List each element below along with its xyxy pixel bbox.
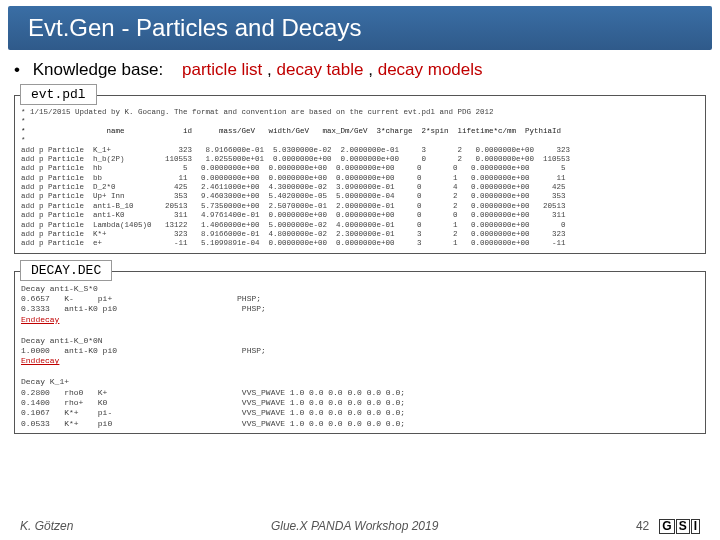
pdl-row: add p Particle anti-B_10 20513 5.7350000… [21, 202, 699, 211]
pdl-comment: * 1/15/2015 Updated by K. Gocang. The fo… [21, 108, 699, 117]
footer-center: Glue.X PANDA Workshop 2019 [73, 519, 636, 533]
pdl-row: add p Particle bb 11 0.0000000e+00 0.000… [21, 174, 699, 183]
pdl-row: add p Particle K*+ 323 8.9166000e-01 4.8… [21, 230, 699, 239]
decay-box: Decay anti-K_S*0 0.6657 K- pi+ PHSP; 0.3… [14, 271, 706, 434]
logo-g: G [659, 519, 674, 534]
kb-sep: , [267, 60, 276, 79]
kb-item-decay-models: decay models [378, 60, 483, 79]
gsi-logo: G S I [659, 519, 700, 534]
pdl-row: add p Particle D_2*0 425 2.4611000e+00 4… [21, 183, 699, 192]
decay-row: 0.0533 K*+ pi0 VVS_PWAVE 1.0 0.0 0.0 0.0… [21, 419, 699, 429]
kb-item-particle-list: particle list [182, 60, 262, 79]
decay-head: Decay K_1+ [21, 377, 699, 387]
decay-head: Decay anti-K_S*0 [21, 284, 699, 294]
knowledge-base-line: • Knowledge base: particle list , decay … [0, 54, 720, 84]
decay-row: 0.6657 K- pi+ PHSP; [21, 294, 699, 304]
decay-row: 1.0000 anti-K0 pi0 PHSP; [21, 346, 699, 356]
decay-head: Decay anti-K_0*0N [21, 336, 699, 346]
blank [21, 325, 699, 335]
pdl-box: * 1/15/2015 Updated by K. Gocang. The fo… [14, 95, 706, 254]
footer-page: 42 [636, 519, 649, 533]
decay-row: 0.1400 rho+ K0 VVS_PWAVE 1.0 0.0 0.0 0.0… [21, 398, 699, 408]
logo-s: S [676, 519, 690, 534]
pdl-row: add p Particle e+ -11 5.1099891e-04 0.00… [21, 239, 699, 248]
footer-author: K. Götzen [20, 519, 73, 533]
kb-label: Knowledge base: [33, 60, 163, 79]
kb-sep: , [368, 60, 377, 79]
pdl-row: add p Particle Up+ Inn 353 9.4603000e+00… [21, 192, 699, 201]
file-tag-decay-dec: DECAY.DEC [20, 260, 112, 281]
decay-row: 0.2800 rho0 K+ VVS_PWAVE 1.0 0.0 0.0 0.0… [21, 388, 699, 398]
decay-row: 0.1067 K*+ pi- VVS_PWAVE 1.0 0.0 0.0 0.0… [21, 408, 699, 418]
logo-i: I [691, 519, 700, 534]
pdl-sep: * [21, 117, 699, 126]
file-tag-evt-pdl: evt.pdl [20, 84, 97, 105]
pdl-header: * name id mass/GeV width/GeV max_Dm/GeV … [21, 127, 699, 136]
page-title: Evt.Gen - Particles and Decays [8, 6, 712, 50]
pdl-row: add p Particle K_1+ 323 8.9166000e-01 5.… [21, 146, 699, 155]
blank [21, 367, 699, 377]
decay-end: Enddecay [21, 356, 699, 366]
pdl-row: add p Particle Lambda(1405)0 13122 1.406… [21, 221, 699, 230]
decay-row: 0.3333 anti-K0 pi0 PHSP; [21, 304, 699, 314]
decay-end: Enddecay [21, 315, 699, 325]
pdl-row: add p Particle anti-K0 311 4.9761400e-01… [21, 211, 699, 220]
kb-item-decay-table: decay table [277, 60, 364, 79]
bullet: • [14, 60, 20, 79]
pdl-row: add p Particle h_b(2P) 110553 1.0255000e… [21, 155, 699, 164]
pdl-sep: * [21, 136, 699, 145]
footer: K. Götzen Glue.X PANDA Workshop 2019 42 … [0, 519, 720, 534]
pdl-row: add p Particle hb 5 0.0000000e+00 0.0000… [21, 164, 699, 173]
